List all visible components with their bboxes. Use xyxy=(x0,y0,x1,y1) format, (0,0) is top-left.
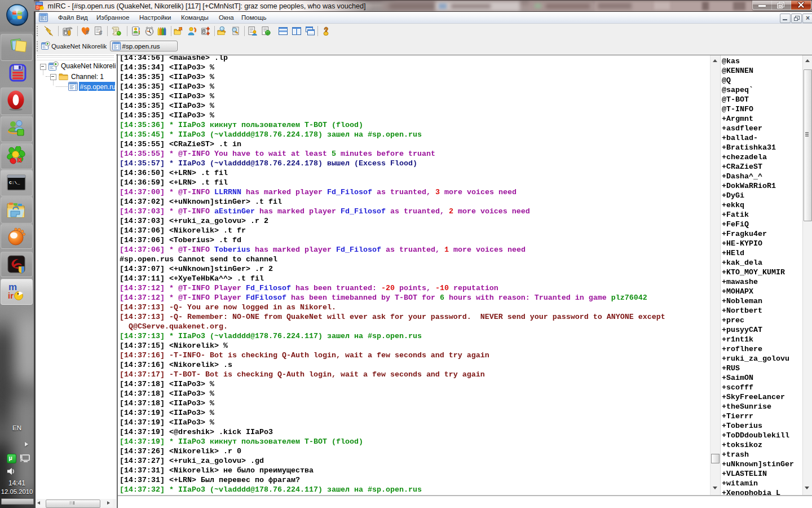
svg-text:ir: ir xyxy=(8,291,14,300)
svg-text:#: # xyxy=(99,29,103,36)
svg-text:#: # xyxy=(86,29,89,36)
svg-text:C:\_: C:\_ xyxy=(9,180,20,185)
